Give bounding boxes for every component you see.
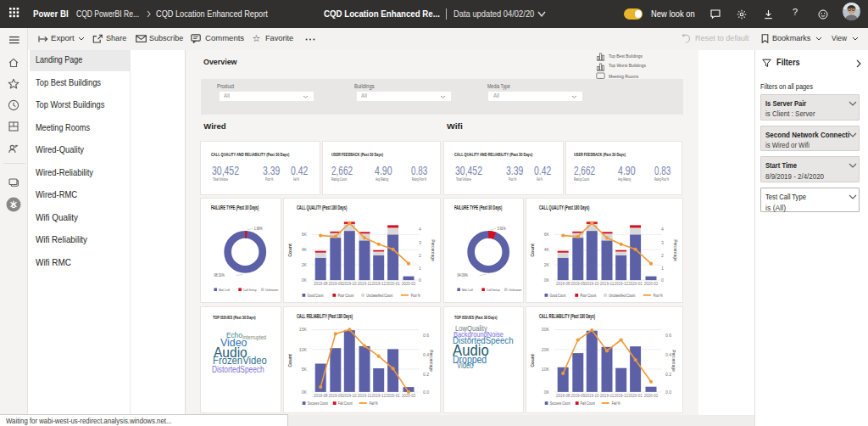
svg-text:2019-08: 2019-08 (314, 393, 328, 398)
svg-text:2: 2 (661, 252, 664, 257)
svg-text:Count: Count (530, 244, 535, 257)
svg-text:Fail %: Fail % (612, 401, 620, 406)
svg-text:Success Count: Success Count (308, 401, 329, 406)
svg-text:2019-12: 2019-12 (615, 393, 629, 398)
svg-text:Fail Count: Fail Count (338, 401, 353, 406)
svg-text:2019-10: 2019-10 (342, 393, 357, 398)
svg-text:0K: 0K (302, 277, 308, 282)
svg-text:2019-11: 2019-11 (600, 393, 615, 398)
svg-text:Poor Count: Poor Count (338, 293, 355, 297)
svg-text:2019-12: 2019-12 (372, 280, 387, 285)
svg-text:2019-09: 2019-09 (329, 393, 343, 398)
svg-text:Percentage: Percentage (431, 239, 436, 261)
svg-text:2K: 2K (302, 262, 308, 267)
svg-text:Poor %: Poor % (654, 293, 663, 297)
svg-text:Call Setup: Call Setup (487, 287, 500, 291)
svg-text:2020-01: 2020-01 (387, 393, 401, 398)
svg-text:2019-10: 2019-10 (585, 393, 599, 398)
svg-text:1: 1 (419, 265, 421, 270)
svg-text:2020-01: 2020-01 (387, 280, 401, 285)
svg-text:4: 4 (661, 227, 664, 232)
svg-text:Mid Call: Mid Call (462, 287, 473, 291)
svg-text:2019-10: 2019-10 (585, 280, 599, 285)
svg-text:Poor Count: Poor Count (581, 293, 598, 297)
svg-text:2019-08: 2019-08 (556, 393, 570, 398)
svg-text:2: 2 (419, 252, 421, 257)
svg-text:10K: 10K (299, 347, 308, 352)
svg-text:Fail %: Fail % (370, 401, 378, 406)
svg-text:Unclassified Count: Unclassified Count (367, 293, 394, 297)
svg-text:0.0: 0.0 (423, 390, 429, 395)
svg-text:Count: Count (530, 354, 535, 367)
svg-text:30K: 30K (542, 327, 550, 332)
svg-text:0.2: 0.2 (665, 372, 671, 377)
svg-text:2019-11: 2019-11 (358, 393, 372, 398)
svg-text:FAILURE TYPE (Past 30 Days): FAILURE TYPE (Past 30 Days) (211, 205, 259, 211)
svg-text:Fail Count: Fail Count (581, 401, 596, 406)
svg-text:0.0: 0.0 (665, 390, 671, 395)
svg-text:15K: 15K (299, 327, 308, 332)
svg-text:0K: 0K (544, 277, 550, 282)
svg-text:1.69%: 1.69% (254, 226, 263, 231)
svg-text:2019-10: 2019-10 (342, 280, 357, 285)
svg-text:Mid Call: Mid Call (219, 287, 230, 291)
svg-text:Unknown: Unknown (509, 287, 521, 291)
svg-text:2019-11: 2019-11 (600, 280, 615, 285)
svg-text:1: 1 (661, 265, 664, 270)
svg-text:3: 3 (419, 240, 421, 245)
svg-text:2019-11: 2019-11 (358, 280, 372, 285)
svg-text:Percentage: Percentage (671, 350, 676, 372)
svg-text:0.4: 0.4 (423, 352, 429, 357)
svg-text:5K: 5K (302, 367, 308, 372)
svg-text:2019-12: 2019-12 (615, 280, 629, 285)
svg-text:Unclassified Count: Unclassified Count (609, 293, 636, 297)
svg-text:20K: 20K (542, 347, 550, 352)
svg-text:2019-08: 2019-08 (556, 280, 570, 285)
svg-text:4K: 4K (302, 247, 308, 252)
svg-text:6K: 6K (544, 232, 550, 237)
svg-text:2019-09: 2019-09 (329, 280, 343, 285)
svg-text:FAILURE TYPE (Past 30 Days): FAILURE TYPE (Past 30 Days) (454, 205, 503, 211)
svg-text:Unknown: Unknown (265, 287, 278, 291)
svg-text:0K: 0K (302, 390, 308, 395)
svg-text:2020-02: 2020-02 (402, 280, 416, 285)
svg-text:94.09%: 94.09% (457, 272, 468, 277)
svg-text:3: 3 (661, 240, 664, 245)
svg-text:Count: Count (287, 354, 292, 367)
svg-text:Good Count: Good Count (550, 293, 567, 297)
svg-text:Call Setup: Call Setup (243, 287, 257, 291)
svg-text:0K: 0K (544, 390, 550, 395)
svg-text:98.31%: 98.31% (214, 272, 225, 277)
svg-text:Poor %: Poor % (411, 293, 420, 297)
svg-text:Count: Count (287, 244, 292, 257)
svg-text:6K: 6K (302, 232, 308, 237)
svg-text:2019-12: 2019-12 (372, 393, 387, 398)
svg-text:CALL RELIABILITY (Past 180 Day: CALL RELIABILITY (Past 180 Days) (539, 313, 595, 320)
svg-text:2019-09: 2019-09 (571, 393, 586, 398)
svg-text:4K: 4K (544, 247, 550, 252)
svg-text:CALL RELIABILITY (Past 180 Day: CALL RELIABILITY (Past 180 Days) (297, 313, 353, 320)
svg-text:Success Count: Success Count (550, 401, 571, 406)
svg-text:Good Count: Good Count (308, 293, 325, 297)
svg-text:2020-01: 2020-01 (629, 280, 643, 285)
svg-text:2019-09: 2019-09 (571, 280, 586, 285)
svg-text:5.91%: 5.91% (498, 226, 506, 231)
svg-text:CALL QUALITY (Past 180 Days): CALL QUALITY (Past 180 Days) (297, 205, 347, 211)
svg-text:0.2: 0.2 (423, 372, 429, 377)
svg-text:0.4: 0.4 (665, 352, 671, 357)
svg-text:4: 4 (419, 227, 421, 232)
svg-text:0.6: 0.6 (665, 333, 671, 338)
svg-text:2020-01: 2020-01 (629, 393, 643, 398)
svg-text:CALL QUALITY (Past 180 Days): CALL QUALITY (Past 180 Days) (539, 205, 589, 211)
svg-text:Percentage: Percentage (429, 350, 434, 372)
svg-text:2K: 2K (544, 262, 550, 267)
svg-text:2020-02: 2020-02 (644, 280, 659, 285)
svg-text:Percentage: Percentage (673, 239, 678, 261)
svg-text:0.6: 0.6 (423, 333, 429, 338)
svg-text:2020-02: 2020-02 (644, 393, 659, 398)
svg-text:0: 0 (419, 277, 421, 283)
svg-text:2019-08: 2019-08 (314, 280, 328, 285)
svg-text:10K: 10K (542, 367, 550, 372)
svg-text:0: 0 (661, 277, 664, 283)
